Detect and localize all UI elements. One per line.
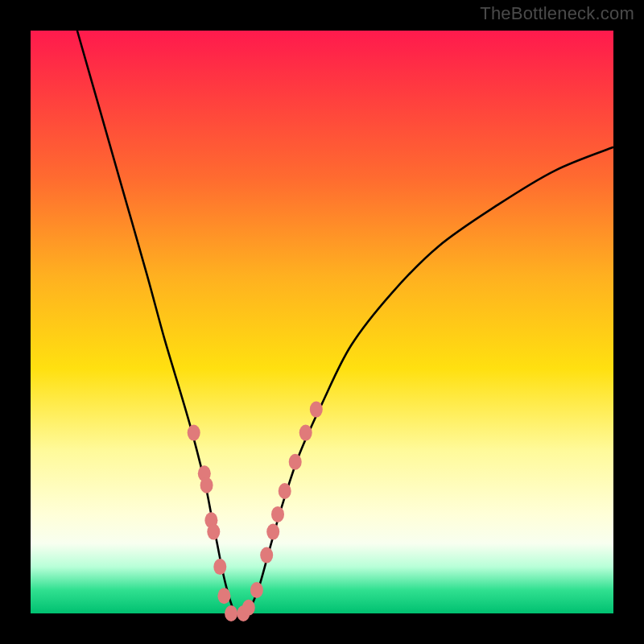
data-dot: [260, 547, 273, 564]
watermark-text: TheBottleneck.com: [480, 3, 634, 24]
data-dot: [279, 483, 291, 499]
data-dot: [271, 506, 284, 522]
data-dot: [213, 559, 226, 575]
data-dot: [299, 425, 312, 441]
data-dot: [250, 582, 263, 598]
data-dot: [310, 402, 323, 418]
curve-dots: [188, 402, 323, 621]
plot-area: [31, 31, 613, 613]
data-dot: [217, 588, 230, 604]
data-dot: [188, 425, 200, 441]
data-dot: [207, 524, 220, 540]
data-dot: [225, 605, 237, 621]
chart-frame: TheBottleneck.com: [0, 0, 644, 644]
data-dot: [266, 524, 279, 540]
right-curve: [234, 147, 613, 615]
data-dot: [242, 600, 255, 616]
data-dot: [200, 477, 213, 493]
data-dot: [289, 454, 302, 470]
bottleneck-curve-svg: [31, 31, 613, 613]
